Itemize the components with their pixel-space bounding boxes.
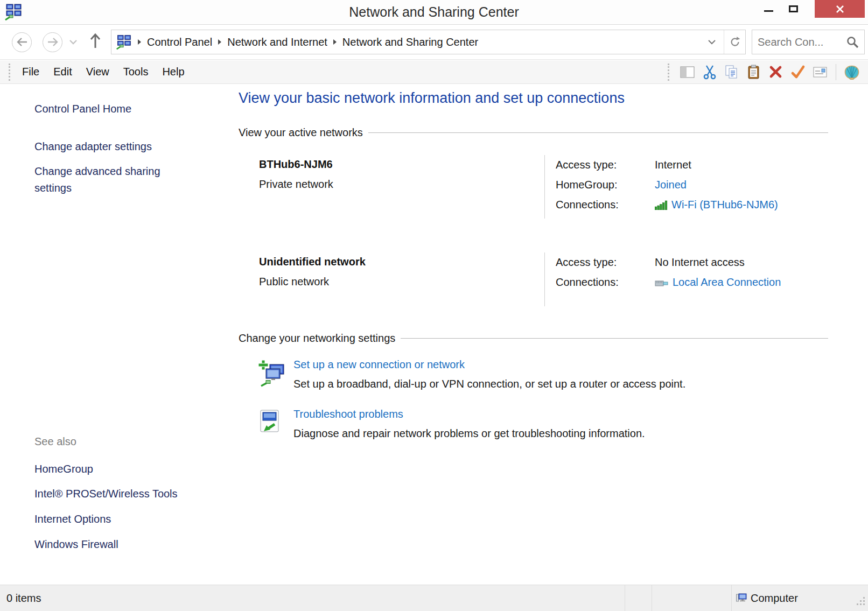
sidebar-item-internet-options[interactable]: Internet Options [34, 511, 111, 528]
statusbar-zone-label: Computer [751, 592, 798, 605]
properties-button[interactable] [811, 64, 829, 81]
network-name: BTHub6-NJM6 [259, 158, 544, 171]
address-bar[interactable]: Control Panel Network and Internet Netwo… [111, 30, 746, 54]
toolbar-divider [836, 64, 836, 80]
properties-icon [812, 64, 828, 80]
delete-x-icon [768, 64, 784, 80]
setup-connection-item: Set up a new connection or network Set u… [258, 359, 828, 390]
minimize-button[interactable] [756, 0, 781, 18]
connections-label: Connections: [556, 276, 655, 289]
window-title: Network and Sharing Center [0, 4, 868, 20]
breadcrumb-network-and-internet[interactable]: Network and Internet [227, 36, 327, 48]
breadcrumb-arrow-icon[interactable] [333, 39, 337, 45]
sidebar-item-windows-firewall[interactable]: Windows Firewall [34, 536, 118, 553]
sidebar-item-homegroup[interactable]: HomeGroup [34, 461, 93, 477]
checkmark-button[interactable] [789, 64, 807, 81]
breadcrumb-arrow-icon[interactable] [137, 39, 142, 45]
wifi-connection-link[interactable]: Wi-Fi (BTHub6-NJM6) [671, 199, 778, 211]
settings-title: Change your networking settings [239, 332, 395, 345]
cut-icon [702, 64, 718, 80]
paste-button[interactable] [745, 64, 762, 81]
back-arrow-icon [16, 37, 28, 47]
statusbar-divider [652, 585, 652, 611]
sidebar-item-control-panel-home[interactable]: Control Panel Home [34, 101, 131, 117]
panes-icon [680, 64, 696, 80]
menu-bar: File Edit View Tools Help [0, 60, 868, 84]
explorer-window: Network and Sharing Center [0, 0, 868, 611]
breadcrumb-network-sharing-center[interactable]: Network and Sharing Center [342, 36, 478, 48]
back-button[interactable] [12, 32, 32, 52]
menubar-grip[interactable] [9, 64, 11, 81]
access-type-label: Access type: [556, 256, 655, 269]
troubleshoot-icon [258, 408, 293, 440]
connections-label: Connections: [556, 199, 655, 211]
access-type-value: Internet [655, 159, 691, 171]
breadcrumb-arrow-icon[interactable] [218, 39, 222, 45]
forward-button[interactable] [43, 32, 62, 52]
new-connection-icon [258, 359, 293, 390]
troubleshoot-link[interactable]: Troubleshoot problems [293, 408, 403, 420]
resize-grip[interactable] [857, 596, 865, 608]
setup-connection-desc: Set up a broadband, dial-up or VPN conne… [293, 378, 685, 390]
sidebar-item-change-advanced-sharing[interactable]: Change advanced sharing settings [34, 163, 192, 196]
location-network-icon [116, 34, 132, 50]
breadcrumb-control-panel[interactable]: Control Panel [147, 36, 212, 48]
access-type-label: Access type: [556, 159, 655, 171]
copy-button[interactable] [723, 64, 740, 81]
menu-file[interactable]: File [15, 62, 46, 81]
active-networks-section-header: View your active networks [239, 127, 828, 139]
troubleshoot-item: Troubleshoot problems Diagnose and repai… [258, 408, 828, 440]
chevron-down-icon [69, 39, 78, 45]
forward-arrow-icon [47, 37, 59, 47]
search-icon[interactable] [846, 36, 859, 48]
navigation-bar: Control Panel Network and Internet Netwo… [0, 25, 868, 60]
main-panel: View your basic network information and … [239, 85, 828, 440]
close-button[interactable] [815, 0, 865, 18]
up-button[interactable] [89, 33, 101, 51]
sidebar-item-change-adapter-settings[interactable]: Change adapter settings [34, 138, 152, 155]
refresh-icon [729, 36, 741, 48]
network-name: Unidentified network [259, 256, 544, 268]
search-box[interactable] [752, 30, 865, 54]
computer-icon [736, 593, 747, 603]
statusbar-divider [731, 585, 732, 611]
address-dropdown-button[interactable] [700, 39, 724, 45]
shell-icon [844, 64, 860, 80]
refresh-button[interactable] [724, 30, 745, 54]
network-profile: Public network [259, 276, 544, 288]
shell-button[interactable] [843, 64, 860, 81]
statusbar-divider [625, 585, 625, 611]
setup-connection-link[interactable]: Set up a new connection or network [293, 359, 465, 370]
menu-edit[interactable]: Edit [46, 62, 79, 81]
status-bar: 0 items Computer [0, 585, 868, 611]
recent-pages-dropdown[interactable] [69, 37, 78, 47]
toolbar-grip[interactable] [668, 64, 670, 81]
homegroup-joined-link[interactable]: Joined [655, 179, 687, 191]
active-networks-title: View your active networks [239, 127, 363, 139]
settings-section-header: Change your networking settings [239, 332, 828, 345]
menu-help[interactable]: Help [155, 62, 191, 81]
section-rule [368, 132, 828, 133]
sidebar: Control Panel Home Change adapter settin… [0, 85, 235, 585]
menu-tools[interactable]: Tools [116, 62, 156, 81]
network-entry-unidentified: Unidentified network Public network Acce… [239, 242, 828, 306]
content-area: Control Panel Home Change adapter settin… [0, 85, 868, 585]
see-also-label: See also [34, 436, 76, 448]
delete-button[interactable] [767, 64, 785, 81]
lan-connection-link[interactable]: Local Area Connection [673, 276, 781, 289]
homegroup-label: HomeGroup: [556, 179, 655, 191]
ethernet-icon [655, 278, 669, 287]
close-icon [835, 4, 845, 14]
sidebar-item-intel-proset[interactable]: Intel® PROSet/Wireless Tools [34, 486, 178, 502]
up-arrow-icon [89, 33, 101, 49]
maximize-button[interactable] [781, 0, 806, 18]
network-entry-bthub6: BTHub6-NJM6 Private network Access type:… [239, 155, 828, 219]
search-input[interactable] [758, 36, 846, 48]
checkmark-icon [790, 64, 806, 80]
menu-view[interactable]: View [79, 62, 116, 81]
wifi-signal-icon [655, 200, 668, 210]
panes-button[interactable] [679, 64, 696, 81]
troubleshoot-desc: Diagnose and repair network problems or … [293, 427, 645, 440]
cut-button[interactable] [701, 64, 718, 81]
network-profile: Private network [259, 178, 544, 191]
